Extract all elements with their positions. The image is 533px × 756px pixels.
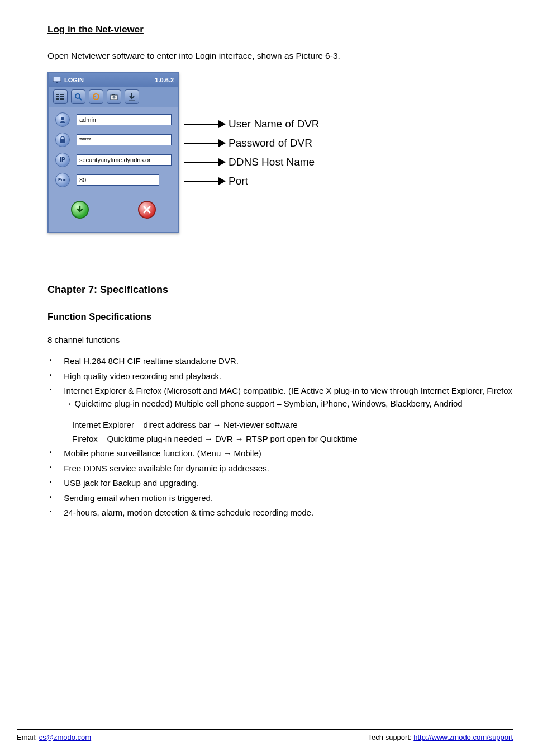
svg-rect-8 — [60, 98, 64, 100]
search-icon[interactable] — [71, 89, 85, 104]
svg-rect-2 — [55, 83, 59, 83]
section-title: Function Specifications — [47, 310, 516, 324]
svg-rect-3 — [56, 94, 59, 95]
list-item-text: High quality video recording and playbac… — [64, 370, 221, 383]
monitor-icon — [53, 77, 61, 83]
download-icon[interactable] — [125, 89, 139, 104]
indent-line: Internet Explorer – direct address bar →… — [47, 419, 516, 432]
svg-rect-1 — [56, 82, 58, 83]
arrow-icon — [184, 138, 226, 149]
section-heading: Log in the Net-viewer — [47, 22, 516, 37]
login-dialog: LOGIN 1.0.6.2 — [47, 72, 179, 233]
annotation-username: User Name of DVR — [184, 116, 374, 133]
chapter-7: Chapter 7: Specifications Function Speci… — [47, 282, 516, 519]
list-item: Real H.264 8CH CIF realtime standalone D… — [47, 355, 516, 368]
svg-rect-14 — [129, 100, 135, 101]
list-item: USB jack for Backup and upgrading. — [47, 477, 516, 490]
svg-rect-16 — [60, 139, 65, 143]
svg-rect-13 — [112, 94, 115, 95]
annotation-column: User Name of DVR Password of DVR DDNS Ho… — [184, 72, 374, 192]
chapter-title: Chapter 7: Specifications — [47, 282, 516, 297]
annotation-port-label: Port — [229, 173, 248, 190]
login-title-text: LOGIN — [64, 75, 84, 85]
list-item-text: USB jack for Backup and upgrading. — [64, 477, 199, 490]
list-item: 24-hours, alarm, motion detection & time… — [47, 507, 516, 519]
host-input[interactable] — [77, 154, 172, 166]
user-icon — [55, 112, 70, 127]
svg-rect-4 — [60, 94, 64, 95]
list-item-text: Mobile phone surveillance function. (Men… — [64, 447, 261, 460]
annotation-host-label: DDNS Host Name — [229, 154, 315, 171]
annotation-password: Password of DVR — [184, 135, 374, 152]
footer-left-label: Email: — [17, 733, 37, 741]
svg-point-12 — [113, 96, 116, 98]
list-item: Internet Explorer & Firefox (Microsoft a… — [47, 385, 516, 410]
lock-icon — [55, 133, 70, 147]
svg-rect-0 — [53, 77, 61, 82]
footer-email-link[interactable]: cs@zmodo.com — [39, 733, 91, 741]
svg-rect-5 — [56, 96, 59, 97]
list-item-text: Sending email when motion is triggered. — [64, 492, 213, 505]
port-icon: Port — [55, 173, 70, 187]
indent-line: Firefox – Quicktime plug-in needed → DVR… — [47, 433, 516, 446]
ip-icon: IP — [55, 153, 70, 167]
list-item-text: Free DDNS service available for dynamic … — [64, 462, 269, 475]
list-item: High quality video recording and playbac… — [47, 370, 516, 383]
spec-list: Real H.264 8CH CIF realtime standalone D… — [47, 355, 516, 410]
list-item: Free DDNS service available for dynamic … — [47, 462, 516, 475]
page-footer: Email: cs@zmodo.com Tech support: http:/… — [17, 729, 513, 743]
list-item-text: 24-hours, alarm, motion detection & time… — [64, 507, 313, 519]
refresh-icon[interactable] — [89, 89, 103, 104]
svg-point-9 — [75, 94, 80, 98]
section-intro-para: 8 channel functions — [47, 334, 516, 347]
footer-url-link[interactable]: http://www.zmodo.com/support — [413, 733, 513, 741]
list-item: Mobile phone surveillance function. (Men… — [47, 447, 516, 460]
svg-rect-7 — [56, 98, 59, 100]
annotation-host: DDNS Host Name — [184, 154, 374, 171]
figure-caption: Picture 6-3 — [0, 249, 34, 260]
list-item: Sending email when motion is triggered. — [47, 492, 516, 505]
svg-line-10 — [79, 98, 82, 100]
password-input[interactable] — [77, 134, 172, 145]
arrow-icon — [184, 157, 226, 168]
arrow-icon — [184, 119, 226, 130]
login-iconbar — [49, 87, 178, 107]
login-titlebar: LOGIN 1.0.6.2 — [49, 73, 178, 87]
footer-right: Tech support: http://www.zmodo.com/suppo… — [368, 732, 513, 743]
list-item-text: Internet Explorer & Firefox (Microsoft a… — [64, 385, 516, 410]
annotation-port: Port — [184, 173, 374, 190]
footer-left: Email: cs@zmodo.com — [17, 732, 91, 743]
spec-list: Mobile phone surveillance function. (Men… — [47, 447, 516, 519]
username-input[interactable] — [77, 114, 172, 125]
list-icon[interactable] — [53, 89, 68, 104]
port-input[interactable] — [77, 174, 159, 186]
footer-right-label: Tech support: — [368, 733, 412, 741]
list-item-text: Real H.264 8CH CIF realtime standalone D… — [64, 355, 239, 368]
camera-icon[interactable] — [107, 89, 121, 104]
login-ok-button[interactable] — [71, 201, 89, 219]
annotation-password-label: Password of DVR — [229, 135, 312, 152]
annotation-username-label: User Name of DVR — [229, 116, 320, 133]
login-version: 1.0.6.2 — [155, 75, 174, 85]
svg-rect-6 — [60, 96, 64, 97]
svg-point-15 — [61, 117, 64, 120]
login-cancel-button[interactable] — [138, 201, 156, 219]
section-intro: Open Netviewer software to enter into Lo… — [47, 49, 516, 62]
arrow-icon — [184, 176, 226, 187]
figure-row: LOGIN 1.0.6.2 — [47, 72, 516, 233]
